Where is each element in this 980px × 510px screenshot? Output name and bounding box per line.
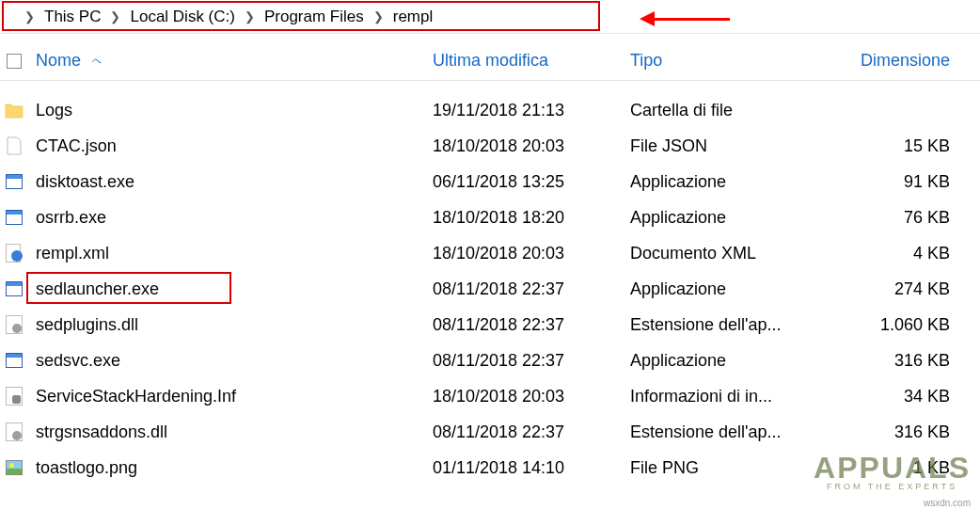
file-size: 274 KB: [837, 279, 969, 299]
exe-icon: [5, 351, 24, 370]
exe-icon: [5, 208, 24, 227]
file-type: Applicazione: [630, 279, 837, 299]
file-name[interactable]: Logs: [28, 101, 433, 120]
file-size: 316 KB: [837, 422, 969, 442]
chevron-right-icon[interactable]: ❯: [15, 9, 44, 24]
file-row[interactable]: Logs19/11/2018 21:13Cartella di file: [0, 92, 980, 128]
file-modified: 08/11/2018 22:37: [433, 315, 630, 335]
file-name[interactable]: strgsnsaddons.dll: [28, 422, 433, 442]
breadcrumb-item[interactable]: rempl: [393, 8, 434, 26]
folder-icon: [5, 101, 24, 120]
file-row[interactable]: rempl.xml18/10/2018 20:03Documento XML4 …: [0, 235, 980, 271]
chevron-right-icon[interactable]: ❯: [101, 9, 130, 24]
breadcrumb-item[interactable]: Program Files: [264, 8, 364, 26]
file-size: 4 KB: [837, 244, 969, 263]
watermark-text: APPUALS: [814, 451, 971, 485]
file-row[interactable]: CTAC.json18/10/2018 20:03File JSON15 KB: [0, 128, 980, 164]
file-row[interactable]: strgsnsaddons.dll08/11/2018 22:37Estensi…: [0, 414, 980, 450]
file-type: Applicazione: [630, 172, 837, 192]
file-type: File PNG: [630, 458, 837, 478]
file-name[interactable]: sedsvc.exe: [28, 351, 433, 371]
file-type: Applicazione: [630, 351, 837, 371]
file-modified: 18/10/2018 20:03: [433, 387, 630, 406]
column-header-size[interactable]: Dimensione: [837, 51, 969, 71]
file-type: Cartella di file: [630, 101, 837, 120]
dll-icon: [5, 422, 24, 441]
file-modified: 18/10/2018 20:03: [433, 136, 630, 156]
file-modified: 08/11/2018 22:37: [433, 279, 630, 299]
watermark-url: wsxdn.com: [924, 498, 971, 508]
file-size: 34 KB: [837, 387, 969, 406]
column-headers: Nome ヘ Ultima modifica Tipo Dimensione: [0, 34, 980, 81]
breadcrumb-item[interactable]: Local Disk (C:): [130, 8, 234, 26]
select-all-checkbox[interactable]: [7, 54, 22, 69]
png-icon: [5, 458, 24, 477]
file-modified: 08/11/2018 22:37: [433, 422, 630, 442]
file-row[interactable]: sedsvc.exe08/11/2018 22:37Applicazione31…: [0, 343, 980, 378]
file-row[interactable]: osrrb.exe18/10/2018 18:20Applicazione76 …: [0, 199, 980, 235]
file-name[interactable]: sedplugins.dll: [28, 315, 433, 335]
file-name[interactable]: toastlogo.png: [28, 458, 433, 478]
column-header-type[interactable]: Tipo: [630, 51, 837, 71]
breadcrumb-item[interactable]: This PC: [44, 8, 101, 26]
file-type: Estensione dell'ap...: [630, 422, 837, 442]
file-modified: 01/11/2018 14:10: [433, 458, 630, 478]
file-row[interactable]: sedplugins.dll08/11/2018 22:37Estensione…: [0, 307, 980, 343]
breadcrumb: ❯ This PC ❯ Local Disk (C:) ❯ Program Fi…: [0, 0, 433, 33]
address-bar[interactable]: ❯ This PC ❯ Local Disk (C:) ❯ Program Fi…: [0, 0, 980, 34]
chevron-right-icon[interactable]: ❯: [364, 9, 393, 24]
column-label: Nome: [36, 51, 81, 71]
watermark-subtext: FROM THE EXPERTS: [814, 482, 971, 491]
file-size: 15 KB: [837, 136, 969, 156]
file-size: 91 KB: [837, 172, 969, 192]
file-modified: 18/10/2018 20:03: [433, 244, 630, 263]
exe-icon: [5, 279, 24, 298]
file-name[interactable]: osrrb.exe: [28, 208, 433, 228]
watermark-logo: APPUALS FROM THE EXPERTS: [814, 451, 971, 491]
file-size: 1.060 KB: [837, 315, 969, 335]
file-name[interactable]: rempl.xml: [28, 244, 433, 263]
file-modified: 08/11/2018 22:37: [433, 351, 630, 371]
file-name[interactable]: disktoast.exe: [28, 172, 433, 192]
file-type: Applicazione: [630, 208, 837, 228]
file-type: Estensione dell'ap...: [630, 315, 837, 335]
file-row[interactable]: sedlauncher.exe08/11/2018 22:37Applicazi…: [0, 271, 980, 307]
chevron-right-icon[interactable]: ❯: [235, 9, 264, 24]
file-modified: 19/11/2018 21:13: [433, 101, 630, 120]
file-row[interactable]: ServiceStackHardening.Inf18/10/2018 20:0…: [0, 378, 980, 414]
exe-icon: [5, 172, 24, 191]
json-icon: [5, 136, 24, 155]
xml-icon: [5, 244, 24, 263]
column-header-name[interactable]: Nome ヘ: [28, 51, 433, 71]
file-type: Documento XML: [630, 244, 837, 263]
column-header-modified[interactable]: Ultima modifica: [433, 51, 630, 71]
file-modified: 06/11/2018 13:25: [433, 172, 630, 192]
dll-icon: [5, 315, 24, 334]
file-name[interactable]: ServiceStackHardening.Inf: [28, 387, 433, 406]
file-type: Informazioni di in...: [630, 387, 837, 406]
file-name[interactable]: sedlauncher.exe: [28, 279, 433, 299]
inf-icon: [5, 387, 24, 406]
file-size: 76 KB: [837, 208, 969, 228]
file-list: Logs19/11/2018 21:13Cartella di fileCTAC…: [0, 81, 980, 486]
file-modified: 18/10/2018 18:20: [433, 208, 630, 228]
file-name[interactable]: CTAC.json: [28, 136, 433, 156]
annotation-arrow: [640, 11, 730, 26]
file-type: File JSON: [630, 136, 837, 156]
file-row[interactable]: disktoast.exe06/11/2018 13:25Applicazion…: [0, 164, 980, 199]
sort-ascending-icon: ヘ: [92, 55, 102, 68]
file-size: 316 KB: [837, 351, 969, 371]
